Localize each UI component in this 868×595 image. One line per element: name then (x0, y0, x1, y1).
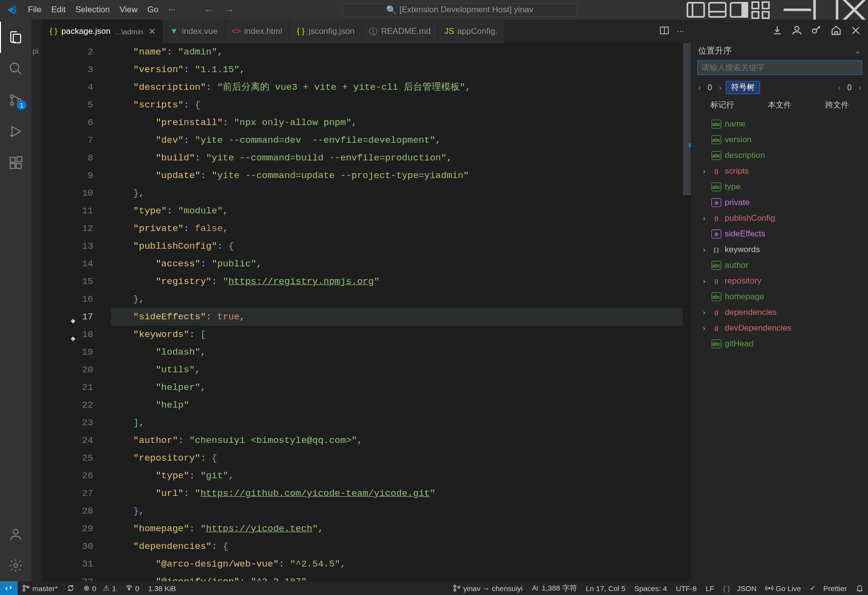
outline-item-name[interactable]: abcname (691, 116, 868, 132)
outline-item-author[interactable]: abcauthor (691, 258, 868, 273)
nav-back-icon[interactable]: ← (204, 4, 213, 16)
code-line[interactable]: "name": "admin", (111, 43, 683, 61)
code-line[interactable]: "keywords": [ (111, 326, 683, 343)
tab-index-html[interactable]: <> index.html (225, 20, 289, 43)
outline-item-scripts[interactable]: ›{}scripts (691, 163, 868, 179)
status-cursor[interactable]: Ln 17, Col 5 (581, 581, 630, 595)
outline-item-devDependencies[interactable]: ›{}devDependencies (691, 320, 868, 336)
status-encoding[interactable]: UTF-8 (671, 581, 701, 595)
code-line[interactable]: "description": "前后分离的 vue3 + vite + yite… (111, 78, 683, 96)
activity-extensions[interactable] (0, 147, 31, 179)
outline-tab-crossfile[interactable]: 跨文件 (825, 100, 849, 110)
outline-item-version[interactable]: abcversion (691, 132, 868, 148)
code-line[interactable]: }, (111, 290, 683, 308)
layout-sidebar-right-icon[interactable] (729, 0, 749, 20)
status-spaces[interactable]: Spaces: 4 (630, 581, 672, 595)
code-line[interactable]: }, (111, 502, 683, 520)
activity-accounts[interactable] (0, 518, 31, 550)
tab-appconfig[interactable]: JS appConfig. (438, 20, 505, 43)
layout-sidebar-left-icon[interactable] (685, 0, 706, 20)
window-minimize[interactable] (784, 0, 811, 20)
code-line[interactable]: "lodash", (111, 343, 683, 361)
command-center[interactable]: 🔍 [Extension Development Host] yinav (342, 3, 578, 17)
tab-jsconfig-json[interactable]: { } jsconfig.json (289, 20, 362, 43)
outline-item-sideEffects[interactable]: ⊘sideEffects (691, 226, 868, 242)
outline-tab-thisfile[interactable]: 本文件 (768, 100, 791, 110)
activity-source-control[interactable]: 1 (0, 84, 31, 116)
status-eol[interactable]: LF (701, 581, 719, 595)
status-branch[interactable]: master* (18, 581, 62, 595)
menu-edit[interactable]: Edit (46, 0, 70, 20)
outline-sort[interactable]: 位置升序 ⌄ (691, 43, 868, 60)
code-line[interactable]: "private": false, (111, 220, 683, 237)
tab-readme-md[interactable]: ⓘ README.md (362, 20, 438, 43)
code-line[interactable]: "author": "chensuiyi <bimostyle@qq.com>"… (111, 432, 683, 449)
status-language[interactable]: { } JSON (718, 581, 761, 595)
chevron-left-icon[interactable]: ‹ (837, 83, 841, 92)
menu-file[interactable]: File (23, 0, 46, 20)
code-line[interactable]: "preinstall": "npx only-allow pnpm", (111, 114, 683, 131)
status-remote[interactable] (0, 581, 18, 595)
status-golive[interactable]: Go Live (761, 581, 806, 595)
close-icon[interactable]: ✕ (149, 26, 156, 37)
outline-tab-bookmarks[interactable]: 标记行 (710, 100, 734, 110)
outline-download-icon[interactable] (772, 25, 783, 38)
code-line[interactable]: "utils", (111, 361, 683, 379)
outline-item-gitHead[interactable]: abcgitHead (691, 336, 868, 352)
chevron-right-icon[interactable]: › (858, 83, 862, 92)
code-line[interactable]: "registry": "https://registry.npmjs.org" (111, 273, 683, 290)
menu-more[interactable]: ··· (163, 0, 180, 20)
status-filesize[interactable]: 1.38 KiB (144, 581, 181, 595)
menu-selection[interactable]: Selection (71, 0, 115, 20)
outline-item-repository[interactable]: ›{}repository (691, 273, 868, 289)
code-line[interactable]: }, (111, 184, 683, 202)
code-line[interactable]: "sideEffects": true, (111, 308, 683, 326)
nav-forward-icon[interactable]: → (224, 4, 234, 16)
code-line[interactable]: "dev": "yite --command=dev --envfile=dev… (111, 131, 683, 149)
code-line[interactable]: "@iconify/json": "^2.2.187", (111, 573, 683, 581)
code-editor[interactable]: "name": "admin", "version": "1.1.15", "d… (108, 43, 683, 581)
activity-settings[interactable] (0, 550, 31, 581)
code-line[interactable]: "url": "https://github.com/yicode-team/y… (111, 485, 683, 502)
code-line[interactable]: ], (111, 414, 683, 432)
status-radio[interactable]: 0 (121, 581, 144, 595)
window-maximize[interactable] (812, 0, 840, 20)
code-line[interactable]: "homepage": "https://yicode.tech", (111, 520, 683, 538)
outline-key-icon[interactable] (811, 25, 822, 38)
outline-account-icon[interactable] (791, 25, 802, 38)
outline-item-publishConfig[interactable]: ›{}publishConfig (691, 210, 868, 226)
outline-item-private[interactable]: ⊘private (691, 195, 868, 210)
code-line[interactable]: "repository": { (111, 449, 683, 467)
outline-item-dependencies[interactable]: ›{}dependencies (691, 305, 868, 320)
layout-panel-bottom-icon[interactable] (707, 0, 728, 20)
code-line[interactable]: "publishConfig": { (111, 237, 683, 255)
code-line[interactable]: "@arco-design/web-vue": "^2.54.5", (111, 555, 683, 573)
code-line[interactable]: "build": "yite --command=build --envfile… (111, 149, 683, 167)
status-git-remote[interactable]: yinav → chensuiyi (448, 581, 527, 595)
status-chars[interactable]: 1,388 字符 (527, 581, 581, 595)
menu-view[interactable]: View (115, 0, 143, 20)
code-line[interactable]: "update": "yite --command=update --proje… (111, 167, 683, 184)
outline-item-homepage[interactable]: abchomepage (691, 289, 868, 305)
code-line[interactable]: "type": "git", (111, 467, 683, 485)
status-notifications[interactable] (851, 581, 868, 595)
outline-chip-symbols[interactable]: 符号树 (726, 81, 760, 94)
menu-go[interactable]: Go (142, 0, 163, 20)
outline-item-description[interactable]: abcdescription (691, 148, 868, 163)
status-problems[interactable]: 0 1 (79, 581, 121, 595)
window-close[interactable] (841, 0, 868, 20)
code-line[interactable]: "scripts": { (111, 96, 683, 114)
tab-index-vue[interactable]: ▼ index.vue (163, 20, 225, 43)
outline-search-input[interactable] (697, 60, 862, 75)
status-prettier[interactable]: ✓ Prettier (805, 581, 851, 595)
chevron-right-icon[interactable]: › (718, 83, 722, 92)
outline-item-type[interactable]: abctype (691, 179, 868, 195)
code-line[interactable]: "help" (111, 396, 683, 414)
status-sync[interactable] (62, 581, 79, 595)
code-line[interactable]: "access": "public", (111, 255, 683, 273)
activity-run-debug[interactable] (0, 116, 31, 147)
outline-close-icon[interactable] (850, 25, 861, 38)
outline-item-keywords[interactable]: ›[ ]keywords (691, 242, 868, 258)
split-editor-icon[interactable] (659, 26, 669, 38)
code-line[interactable]: "version": "1.1.15", (111, 61, 683, 78)
